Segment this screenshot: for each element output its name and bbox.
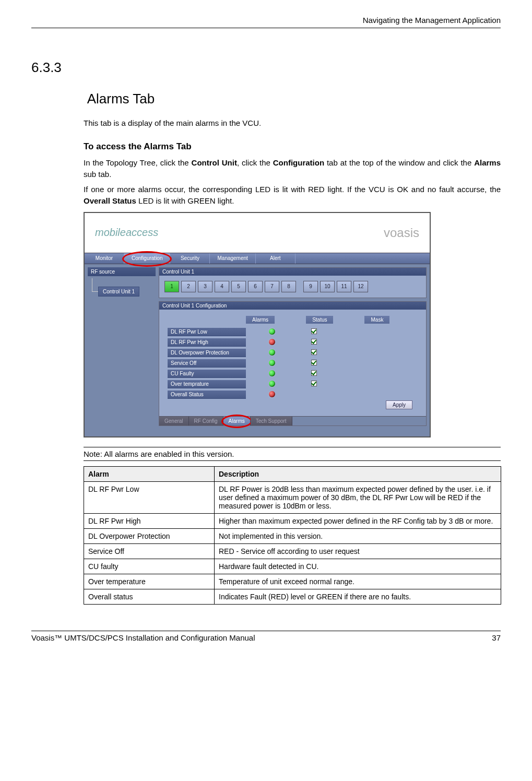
subtab-general[interactable]: General — [159, 417, 189, 425]
alarm-desc-table: Alarm Description DL RF Pwr LowDL RF Pow… — [84, 466, 501, 605]
alarm-row: DL RF Pwr High — [168, 337, 418, 348]
table-row: Overall statusIndicates Fault (RED) leve… — [84, 589, 501, 604]
apply-row: Apply — [168, 400, 418, 412]
table-row: DL Overpower ProtectionNot implemented i… — [84, 528, 501, 543]
tab-alert[interactable]: Alert — [256, 253, 295, 264]
cell-description: Hardware fault detected in CU. — [215, 559, 501, 574]
cell-description: Not implemented in this version. — [215, 528, 501, 543]
port-1[interactable]: 1 — [164, 281, 179, 292]
mask-checkbox[interactable] — [311, 339, 317, 345]
tab-security[interactable]: Security — [170, 253, 210, 264]
status-led-icon — [269, 381, 275, 387]
tree-item-control-unit[interactable]: Control Unit 1 — [98, 287, 139, 297]
status-led-icon — [269, 339, 275, 345]
cell-alarm: Overall status — [84, 589, 215, 604]
mask-checkbox[interactable] — [311, 328, 317, 334]
port-2[interactable]: 2 — [181, 281, 196, 292]
led-cell — [246, 349, 298, 357]
led-cell — [246, 391, 298, 398]
th-alarm: Alarm — [84, 466, 215, 481]
logo-mobileaccess: mobileaccess — [95, 227, 158, 239]
port-10[interactable]: 10 — [320, 281, 335, 292]
tab-management[interactable]: Management — [210, 253, 255, 264]
alarm-rows: DL RF Pwr LowDL RF Pwr HighDL Overpower … — [168, 327, 418, 400]
section-heading: 6.3.3 Alarms Tab — [31, 60, 501, 112]
cell-description: RED - Service off according to user requ… — [215, 543, 501, 559]
panel-title-config: Control Unit 1 Configuration — [159, 302, 426, 310]
mask-cell — [298, 381, 329, 387]
mask-checkbox[interactable] — [311, 370, 317, 376]
subtabs: General RF Config Alarms Tech Support — [159, 416, 426, 425]
panel-title-cu: Control Unit 1 — [159, 268, 426, 276]
text: , click the — [237, 158, 273, 167]
table-row: Service OffRED - Service off according t… — [84, 543, 501, 559]
config-body: Alarms Status Mask DL RF Pwr LowDL RF Pw… — [159, 310, 426, 416]
port-9[interactable]: 9 — [303, 281, 318, 292]
port-5[interactable]: 5 — [231, 281, 246, 292]
cell-alarm: Over temperature — [84, 574, 215, 589]
col-status: Status — [306, 316, 333, 324]
led-cell — [246, 381, 298, 388]
tree-connector-icon — [92, 278, 98, 292]
port-12[interactable]: 12 — [353, 281, 368, 292]
para-led: If one or more alarms occur, the corresp… — [84, 184, 501, 207]
text-bold: Alarms — [474, 158, 501, 167]
cell-description: Indicates Fault (RED) level or GREEN if … — [215, 589, 501, 604]
apply-button[interactable]: Apply — [386, 400, 412, 409]
text-bold: Control Unit — [192, 158, 237, 167]
main-area: RF source Control Unit 1 Control Unit 1 … — [85, 264, 430, 436]
para-intro: This tab is a display of the main alarms… — [84, 117, 501, 129]
app-header: mobileaccess voasis — [85, 213, 430, 253]
cell-alarm: DL Overpower Protection — [84, 528, 215, 543]
table-row: Over temperatureTemperature of unit exce… — [84, 574, 501, 589]
subtab-tech[interactable]: Tech Support — [251, 417, 292, 425]
table-row: DL RF Pwr HighHigher than maximum expect… — [84, 513, 501, 528]
col-alarms: Alarms — [246, 316, 275, 324]
alarm-row: DL Overpower Protection — [168, 348, 418, 358]
page-footer: Voasis™ UMTS/DCS/PCS Installation and Co… — [31, 631, 501, 642]
logo-voasis: voasis — [384, 226, 419, 240]
status-led-icon — [269, 328, 275, 335]
port-3[interactable]: 3 — [198, 281, 212, 292]
alarm-row: Overall Status — [168, 389, 418, 400]
config-col-headers: Alarms Status Mask — [246, 316, 418, 324]
status-led-icon — [269, 391, 275, 397]
cell-alarm: Service Off — [84, 543, 215, 559]
tab-monitor[interactable]: Monitor — [85, 253, 124, 264]
text: In the Topology Tree, click the — [84, 158, 192, 167]
section-number: 6.3.3 — [31, 60, 84, 76]
port-7[interactable]: 7 — [265, 281, 279, 292]
table-row: CU faultyHardware fault detected in CU. — [84, 559, 501, 574]
th-description: Description — [215, 466, 501, 481]
mask-cell — [298, 328, 329, 335]
app-screenshot: mobileaccess voasis Monitor Configuratio… — [84, 212, 431, 437]
mask-checkbox[interactable] — [311, 381, 317, 386]
cell-description: Temperature of unit exceed normal range. — [215, 574, 501, 589]
port-11[interactable]: 11 — [337, 281, 351, 292]
status-led-icon — [269, 349, 275, 356]
tab-configuration[interactable]: Configuration — [124, 253, 170, 264]
mask-checkbox[interactable] — [311, 360, 317, 365]
alarm-label: Service Off — [168, 359, 246, 368]
port-row: 123456789101112 — [159, 276, 426, 298]
text: LED is lit with GREEN light. — [136, 196, 234, 205]
subtab-rfconfig[interactable]: RF Config — [189, 417, 223, 425]
text: tab at the top of the window and click t… — [324, 158, 474, 167]
alarm-row: Over temprature — [168, 379, 418, 389]
port-6[interactable]: 6 — [248, 281, 263, 292]
alarm-label: DL RF Pwr Low — [168, 328, 246, 336]
subtab-alarms[interactable]: Alarms — [223, 417, 251, 425]
cell-alarm: DL RF Pwr High — [84, 513, 215, 528]
text-bold: Configuration — [273, 158, 324, 167]
led-cell — [246, 328, 298, 336]
mask-cell — [298, 349, 329, 356]
note-block: Note: All alarms are enabled in this ver… — [84, 447, 501, 461]
mask-cell — [298, 370, 329, 377]
tree-root[interactable]: RF source — [88, 267, 156, 276]
text: If one or more alarms occur, the corresp… — [84, 185, 501, 194]
port-4[interactable]: 4 — [215, 281, 229, 292]
port-8[interactable]: 8 — [281, 281, 296, 292]
para-access: In the Topology Tree, click the Control … — [84, 157, 501, 180]
status-led-icon — [269, 360, 275, 366]
mask-checkbox[interactable] — [311, 349, 317, 355]
